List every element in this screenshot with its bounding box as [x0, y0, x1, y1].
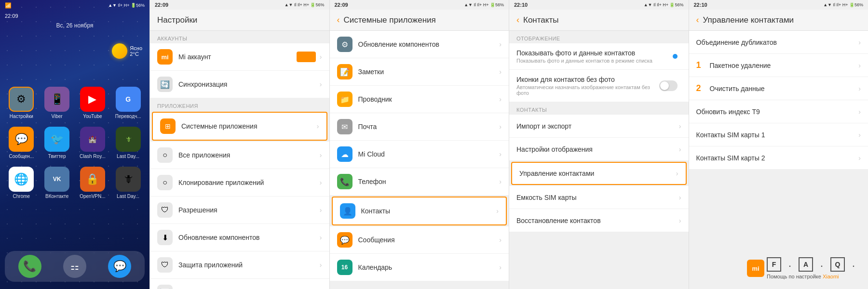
- system-apps-item[interactable]: ⊞ Системные приложения ›: [152, 112, 327, 141]
- contacts-item[interactable]: 👤 Контакты ›: [332, 197, 507, 225]
- clear-data-item[interactable]: 2 Очистить данные ›: [689, 77, 868, 100]
- faq-brand: Xiaomi: [823, 274, 839, 279]
- micloud-icon: ☁: [337, 146, 353, 162]
- show-photos-item[interactable]: Показывать фото и данные контактов Показ…: [509, 43, 689, 70]
- youtube-icon[interactable]: ▶: [80, 87, 105, 112]
- contacts-back[interactable]: ‹: [516, 15, 519, 25]
- translate-icon[interactable]: G: [116, 87, 141, 112]
- app-item-clash[interactable]: 🏰 Clash Roy...: [76, 127, 109, 159]
- app-item-viber[interactable]: 📱 Viber: [41, 87, 74, 119]
- manage-contacts-signal: ▲▼ Il Il+ H+ 🔋56%: [823, 2, 863, 7]
- app-item-openvpn[interactable]: 🔒 OpenVPN...: [76, 167, 109, 199]
- vk-icon[interactable]: VK: [44, 167, 69, 192]
- app-item-lastday2[interactable]: 🗡 Last Day...: [111, 167, 145, 199]
- sim2-contacts-item[interactable]: Контакты SIM карты 2 ›: [689, 146, 868, 170]
- notes-item[interactable]: 📝 Заметки ›: [330, 58, 509, 86]
- accounts-section-label: АККАУНТЫ: [150, 31, 329, 43]
- openvpn-icon[interactable]: 🔒: [80, 167, 105, 192]
- restore-contacts-label: Восстановление контактов: [516, 217, 679, 224]
- app-protection-item[interactable]: 🛡 Защита приложений ›: [150, 251, 329, 279]
- sms-item[interactable]: 💬 Сообщения ›: [330, 226, 509, 254]
- app-item-messages[interactable]: 💬 Сообщен...: [5, 127, 38, 159]
- calendar-item[interactable]: 16 Календарь ›: [330, 254, 509, 281]
- dock-apps[interactable]: ⚏: [63, 255, 86, 278]
- permissions-label: Разрешения: [178, 206, 320, 214]
- report-icon: 📊: [157, 285, 173, 289]
- mail-item[interactable]: ✉ Почта ›: [330, 113, 509, 141]
- settings-title: Настройки: [157, 15, 197, 25]
- permissions-item[interactable]: 🛡 Разрешения ›: [150, 197, 329, 224]
- app-item-youtube[interactable]: ▶ YouTube: [76, 87, 109, 119]
- display-settings-item[interactable]: Настройки отображения ›: [509, 138, 689, 161]
- dock-phone[interactable]: 📞: [18, 255, 41, 278]
- import-export-item[interactable]: Импорт и экспорт ›: [509, 115, 689, 138]
- notes-icon: 📝: [337, 64, 353, 79]
- chrome-label: Chrome: [13, 194, 30, 199]
- settings-panel: 22:09 ▲▼ Il Il+ H+ 🔋56% Настройки АККАУН…: [149, 0, 329, 289]
- contacts-status-bar: 22:10 ▲▼ Il Il+ H+ 🔋56%: [509, 0, 689, 10]
- display-settings-label: Настройки отображения: [516, 145, 679, 153]
- lastday-icon[interactable]: 🗡: [116, 127, 141, 152]
- mi-logo: mi: [747, 260, 764, 277]
- mail-label: Почта: [358, 123, 500, 131]
- twitter-label: Твиттер: [48, 154, 66, 159]
- app-item-twitter[interactable]: 🐦 Твиттер: [41, 127, 74, 159]
- translate-label: Переводч...: [115, 114, 141, 119]
- messages-icon[interactable]: 💬: [9, 127, 34, 152]
- phone-item[interactable]: 📞 Телефон ›: [330, 168, 509, 196]
- update-components-item[interactable]: ⬇ Обновление компонентов ›: [150, 224, 329, 251]
- weather-info: Ясно 2°C: [130, 45, 142, 57]
- import-export-label: Импорт и экспорт: [516, 122, 679, 130]
- lastday2-icon[interactable]: 🗡: [116, 167, 141, 192]
- update-components-label: Обновление компонентов: [178, 234, 320, 241]
- system-apps-signal: ▲▼ Il Il+ H+ 🔋56%: [464, 2, 504, 7]
- sim2-contacts-label: Контакты SIM карты 2: [696, 154, 859, 162]
- explorer-icon: 📁: [337, 92, 353, 107]
- settings-signal: ▲▼ Il Il+ H+ 🔋56%: [285, 2, 325, 7]
- twitter-icon[interactable]: 🐦: [44, 127, 69, 152]
- faq-q: Q: [830, 257, 845, 272]
- sim1-contacts-item[interactable]: Контакты SIM карты 1 ›: [689, 123, 868, 146]
- notes-label: Заметки: [358, 68, 500, 76]
- contacts-header: ‹ Контакты: [509, 10, 689, 31]
- contacts-signal: ▲▼ Il Il+ H+ 🔋56%: [644, 2, 684, 7]
- app-item-chrome[interactable]: 🌐 Chrome: [5, 167, 38, 199]
- weather-label: Ясно: [130, 45, 142, 51]
- manage-contacts-back[interactable]: ‹: [696, 15, 699, 25]
- system-apps-label: Системные приложения: [181, 122, 317, 130]
- report-item[interactable]: 📊 Отчет ›: [150, 279, 329, 289]
- merge-duplicates-item[interactable]: Объединение дубликатов ›: [689, 31, 868, 54]
- chrome-icon[interactable]: 🌐: [9, 167, 34, 192]
- clone-apps-icon: ○: [157, 175, 173, 190]
- show-photos-subtitle: Показывать фото и данные контактов в реж…: [516, 58, 673, 64]
- micloud-item[interactable]: ☁ Mi Cloud ›: [330, 141, 509, 168]
- sync-item[interactable]: 🔄 Синхронизация ›: [150, 71, 329, 98]
- contact-icons-item[interactable]: Иконки для контактов без фото Автоматиче…: [509, 70, 689, 102]
- explorer-item[interactable]: 📁 Проводник ›: [330, 86, 509, 113]
- batch-delete-item[interactable]: 1 Пакетное удаление ›: [689, 54, 868, 77]
- contacts-settings-panel: 22:10 ▲▼ Il Il+ H+ 🔋56% ‹ Контакты ОТОБР…: [509, 0, 689, 289]
- contact-icons-toggle[interactable]: [659, 80, 678, 91]
- viber-icon[interactable]: 📱: [44, 87, 69, 112]
- manage-contacts-item[interactable]: Управление контактами ›: [511, 162, 687, 185]
- sim-capacity-item[interactable]: Емкость SIM карты ›: [509, 186, 689, 209]
- faq-content: F . A . Q . Помощь по настройке Xiaomi: [767, 257, 861, 279]
- app-item-vk[interactable]: VK ВКонтакте: [41, 167, 74, 199]
- system-apps-time: 22:09: [335, 2, 348, 8]
- dock-messages[interactable]: 💬: [108, 255, 131, 278]
- update-comp-item[interactable]: ⚙ Обновление компонентов ›: [330, 31, 509, 58]
- app-item-lastday[interactable]: 🗡 Last Day...: [111, 127, 145, 159]
- all-apps-item[interactable]: ○ Все приложения ›: [150, 142, 329, 169]
- restore-contacts-item[interactable]: Восстановление контактов ›: [509, 209, 689, 232]
- mi-account-item[interactable]: mi Mi аккаунт ›: [150, 43, 329, 71]
- app-protection-icon: 🛡: [157, 257, 173, 273]
- vk-label: ВКонтакте: [45, 194, 68, 199]
- app-item-settings[interactable]: ⚙ Настройки: [5, 87, 38, 119]
- permissions-arrow: ›: [320, 206, 322, 214]
- app-item-translate[interactable]: G Переводч...: [111, 87, 145, 119]
- settings-icon[interactable]: ⚙: [9, 87, 34, 112]
- system-apps-back[interactable]: ‹: [337, 15, 340, 25]
- clash-icon[interactable]: 🏰: [80, 127, 105, 152]
- update-t9-item[interactable]: Обновить индекс Т9 ›: [689, 100, 868, 123]
- clone-apps-item[interactable]: ○ Клонирование приложений ›: [150, 169, 329, 197]
